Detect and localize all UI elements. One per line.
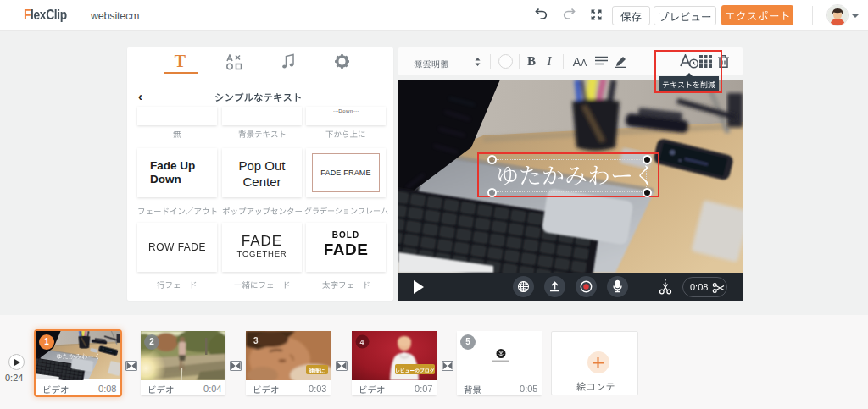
svg-text:4: 4 xyxy=(360,338,364,346)
svg-text:3: 3 xyxy=(253,336,259,345)
